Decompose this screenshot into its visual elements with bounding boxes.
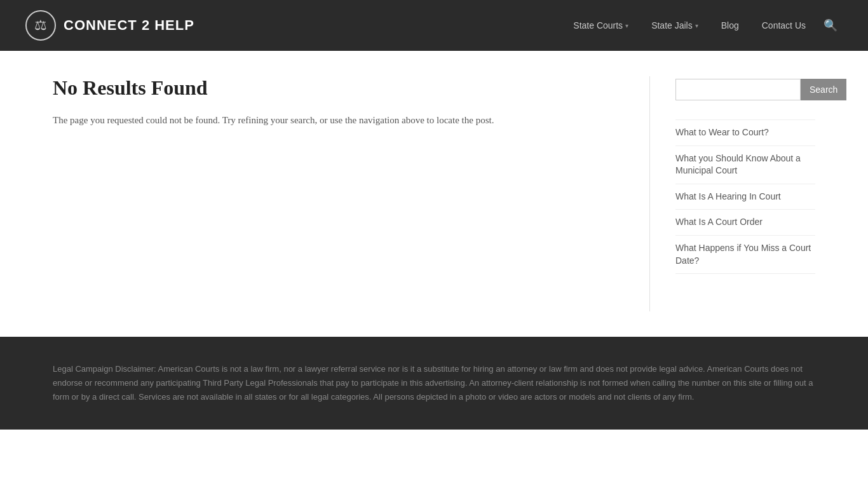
- sidebar-search-box: Search: [675, 79, 815, 100]
- list-item: What to Wear to Court?: [675, 119, 815, 146]
- site-logo[interactable]: ⚖ CONNECT 2 HELP: [25, 10, 194, 41]
- main-nav: State Courts ▾ State Jails ▾ Blog Contac…: [563, 13, 843, 37]
- logo-text: CONNECT 2 HELP: [64, 17, 194, 34]
- chevron-down-icon: ▾: [695, 22, 698, 29]
- list-item: What Happens if You Miss a Court Date?: [675, 236, 815, 274]
- list-item: What you Should Know About a Municipal C…: [675, 146, 815, 184]
- page-title: No Results Found: [53, 76, 611, 100]
- page-description: The page you requested could not be foun…: [53, 112, 611, 128]
- nav-item-state-courts[interactable]: State Courts ▾: [563, 15, 639, 36]
- nav-label-state-courts: State Courts: [573, 20, 623, 30]
- sidebar-link-wear-court[interactable]: What to Wear to Court?: [675, 126, 815, 139]
- search-input[interactable]: [675, 79, 801, 100]
- sidebar-link-hearing-court[interactable]: What Is A Hearing In Court: [675, 191, 815, 203]
- nav-label-blog: Blog: [721, 20, 739, 30]
- sidebar-links-list: What to Wear to Court? What you Should K…: [675, 119, 815, 274]
- main-content: No Results Found The page you requested …: [53, 76, 624, 311]
- nav-label-state-jails: State Jails: [651, 20, 693, 30]
- page-wrapper: No Results Found The page you requested …: [27, 51, 841, 337]
- sidebar-link-court-order[interactable]: What Is A Court Order: [675, 216, 815, 229]
- site-header: ⚖ CONNECT 2 HELP State Courts ▾ State Ja…: [0, 0, 868, 51]
- sidebar-link-miss-court-date[interactable]: What Happens if You Miss a Court Date?: [675, 242, 815, 267]
- chevron-down-icon: ▾: [625, 22, 628, 29]
- nav-item-contact-us[interactable]: Contact Us: [752, 15, 816, 36]
- search-button[interactable]: Search: [801, 79, 846, 100]
- content-divider: [649, 76, 650, 311]
- site-footer: Legal Campaign Disclaimer: American Cour…: [0, 337, 868, 430]
- nav-label-contact-us: Contact Us: [762, 20, 806, 30]
- list-item: What Is A Hearing In Court: [675, 184, 815, 210]
- search-icon[interactable]: 🔍: [818, 13, 843, 37]
- sidebar: Search What to Wear to Court? What you S…: [675, 76, 815, 311]
- nav-item-state-jails[interactable]: State Jails ▾: [641, 15, 709, 36]
- nav-item-blog[interactable]: Blog: [711, 15, 749, 36]
- list-item: What Is A Court Order: [675, 210, 815, 236]
- sidebar-link-municipal-court[interactable]: What you Should Know About a Municipal C…: [675, 152, 815, 177]
- footer-disclaimer: Legal Campaign Disclaimer: American Cour…: [53, 362, 815, 404]
- logo-icon: ⚖: [25, 10, 56, 41]
